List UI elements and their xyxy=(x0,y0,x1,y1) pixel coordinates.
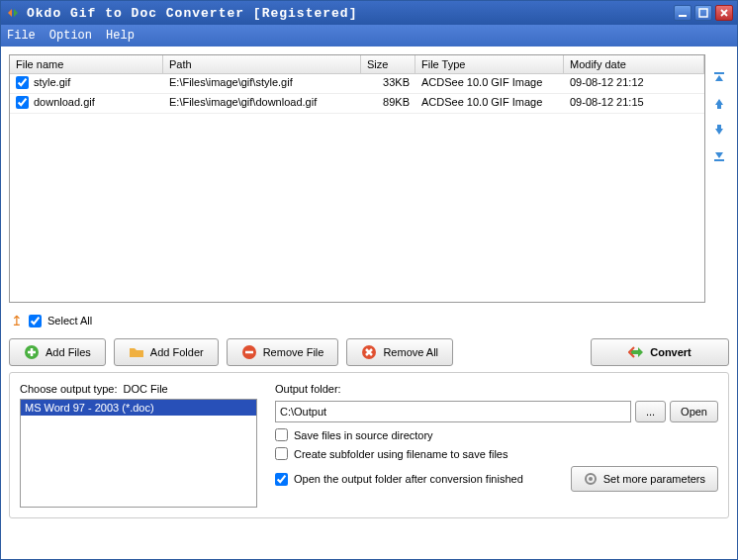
window-controls xyxy=(674,5,733,21)
file-table-body[interactable]: style.gif E:\Files\image\gif\style.gif 3… xyxy=(10,74,704,302)
minimize-button[interactable] xyxy=(674,5,692,21)
output-type-header: Choose output type: DOC File xyxy=(20,383,257,395)
table-row[interactable]: download.gif E:\Files\image\gif\download… xyxy=(10,94,704,114)
cell-size: 89KB xyxy=(361,94,415,113)
titlebar: Okdo Gif to Doc Converter [Registered] xyxy=(1,1,737,25)
checkbox-label: Save files in source directory xyxy=(294,429,433,441)
output-type-section: Choose output type: DOC File MS Word 97 … xyxy=(20,383,257,508)
content-area: File name Path Size File Type Modify dat… xyxy=(1,47,737,559)
selectall-label: Select All xyxy=(47,315,92,327)
move-up-button[interactable] xyxy=(711,96,727,112)
output-folder-input[interactable] xyxy=(275,401,631,422)
output-type-label: Choose output type: xyxy=(20,383,117,395)
add-folder-button[interactable]: Add Folder xyxy=(114,338,219,366)
col-header-size[interactable]: Size xyxy=(361,55,415,73)
cell-type: ACDSee 10.0 GIF Image xyxy=(415,74,564,93)
svg-rect-0 xyxy=(679,15,687,17)
minus-icon xyxy=(241,344,257,360)
folder-icon xyxy=(129,344,144,360)
set-more-parameters-button[interactable]: Set more parameters xyxy=(571,466,718,492)
svg-rect-5 xyxy=(714,159,724,161)
maximize-button[interactable] xyxy=(694,5,712,21)
close-button[interactable] xyxy=(715,5,733,21)
menubar: File Option Help xyxy=(1,25,737,47)
col-header-name[interactable]: File name xyxy=(10,55,163,73)
file-table-header: File name Path Size File Type Modify dat… xyxy=(10,55,704,74)
selectall-checkbox[interactable] xyxy=(29,315,42,327)
output-folder-label: Output folder: xyxy=(275,383,718,395)
svg-point-10 xyxy=(589,477,593,481)
open-after-checkbox[interactable] xyxy=(275,473,288,486)
col-header-type[interactable]: File Type xyxy=(415,55,564,73)
plus-icon xyxy=(24,344,40,360)
menu-option[interactable]: Option xyxy=(49,29,92,43)
app-window: Okdo Gif to Doc Converter [Registered] F… xyxy=(0,0,738,560)
file-list-area: File name Path Size File Type Modify dat… xyxy=(9,54,729,303)
menu-help[interactable]: Help xyxy=(106,29,135,43)
move-top-button[interactable] xyxy=(711,70,727,86)
btn-label: Convert xyxy=(650,346,692,358)
reorder-arrows xyxy=(709,54,729,303)
svg-rect-1 xyxy=(699,9,707,17)
option-open-after: Open the output folder after conversion … xyxy=(275,473,523,486)
cell-name: download.gif xyxy=(28,94,163,113)
svg-rect-3 xyxy=(717,105,721,109)
btn-label: Remove All xyxy=(383,346,438,358)
remove-all-button[interactable]: Remove All xyxy=(346,338,453,366)
svg-rect-4 xyxy=(717,125,721,129)
checkbox-label: Open the output folder after conversion … xyxy=(294,473,523,485)
output-type-item[interactable]: MS Word 97 - 2003 (*.doc) xyxy=(21,400,256,416)
convert-button[interactable]: Convert xyxy=(591,338,729,366)
row-checkbox-cell[interactable] xyxy=(10,74,28,93)
menu-file[interactable]: File xyxy=(7,29,36,43)
create-subfolder-checkbox[interactable] xyxy=(275,447,288,460)
output-panel: Choose output type: DOC File MS Word 97 … xyxy=(9,372,729,518)
row-checkbox-cell[interactable] xyxy=(10,94,28,113)
move-bottom-button[interactable] xyxy=(711,147,727,163)
browse-button[interactable]: ... xyxy=(635,401,666,422)
output-options-section: Output folder: ... Open Save files in so… xyxy=(275,383,718,508)
file-table: File name Path Size File Type Modify dat… xyxy=(9,54,705,303)
option-save-source: Save files in source directory xyxy=(275,428,718,441)
btn-label: Add Folder xyxy=(150,346,204,358)
svg-rect-2 xyxy=(714,72,724,74)
up-arrow-icon: ↥ xyxy=(11,313,23,328)
output-type-list[interactable]: MS Word 97 - 2003 (*.doc) xyxy=(20,399,257,508)
checkbox-label: Create subfolder using filename to save … xyxy=(294,448,507,460)
app-icon xyxy=(5,5,21,21)
btn-label: Set more parameters xyxy=(603,473,705,485)
selectall-row: ↥ Select All xyxy=(9,309,729,332)
btn-label: Add Files xyxy=(46,346,91,358)
output-folder-row: ... Open xyxy=(275,401,718,422)
save-source-checkbox[interactable] xyxy=(275,428,288,441)
remove-file-button[interactable]: Remove File xyxy=(227,338,339,366)
btn-label: Remove File xyxy=(263,346,324,358)
cell-date: 09-08-12 21:15 xyxy=(564,94,704,113)
col-header-date[interactable]: Modify date xyxy=(564,55,704,73)
cell-name: style.gif xyxy=(28,74,163,93)
cell-date: 09-08-12 21:12 xyxy=(564,74,704,93)
window-title: Okdo Gif to Doc Converter [Registered] xyxy=(27,6,674,21)
add-files-button[interactable]: Add Files xyxy=(9,338,106,366)
cell-path: E:\Files\image\gif\download.gif xyxy=(163,94,361,113)
table-row[interactable]: style.gif E:\Files\image\gif\style.gif 3… xyxy=(10,74,704,94)
cell-type: ACDSee 10.0 GIF Image xyxy=(415,94,564,113)
output-type-current: DOC File xyxy=(123,383,167,395)
convert-icon xyxy=(628,344,644,360)
open-folder-button[interactable]: Open xyxy=(670,401,718,422)
x-icon xyxy=(361,344,377,360)
move-down-button[interactable] xyxy=(711,122,727,138)
toolbar-buttons: Add Files Add Folder Remove File Remove … xyxy=(9,338,729,366)
cell-size: 33KB xyxy=(361,74,415,93)
gear-icon xyxy=(584,472,598,486)
cell-path: E:\Files\image\gif\style.gif xyxy=(163,74,361,93)
col-header-path[interactable]: Path xyxy=(163,55,361,73)
option-create-subfolder: Create subfolder using filename to save … xyxy=(275,447,718,460)
